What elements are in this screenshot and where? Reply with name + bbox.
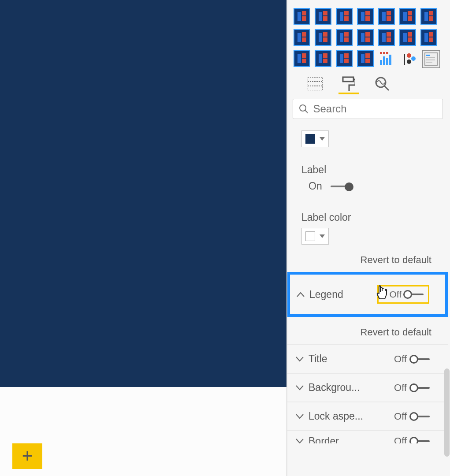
chevron-down-icon (320, 234, 325, 238)
viz-type-button[interactable] (315, 8, 331, 25)
svg-rect-51 (361, 54, 364, 63)
svg-rect-29 (344, 37, 349, 42)
viz-type-button[interactable] (294, 50, 310, 67)
label-toggle[interactable] (331, 182, 353, 190)
viz-type-button[interactable] (420, 8, 437, 25)
svg-rect-19 (429, 11, 433, 15)
analytics-tab[interactable] (372, 75, 392, 94)
viz-type-button[interactable] (294, 8, 310, 25)
svg-rect-16 (408, 11, 412, 15)
viz-type-button[interactable] (336, 29, 353, 46)
lock-aspect-toggle[interactable] (409, 412, 431, 421)
viz-type-button[interactable] (378, 29, 395, 46)
title-section-title: Title (309, 353, 327, 365)
viz-type-button[interactable] (294, 29, 310, 46)
fields-tab[interactable] (305, 75, 325, 94)
svg-rect-41 (429, 37, 433, 42)
svg-rect-47 (323, 59, 327, 63)
svg-rect-34 (387, 32, 391, 37)
svg-rect-14 (387, 16, 391, 21)
border-section-title: Border (309, 435, 339, 444)
svg-rect-48 (340, 54, 343, 63)
analytics-icon (375, 76, 390, 91)
format-tab[interactable] (338, 75, 359, 94)
svg-rect-50 (344, 59, 349, 63)
svg-point-62 (407, 53, 411, 58)
svg-rect-13 (387, 11, 391, 15)
viz-type-button[interactable] (336, 50, 353, 67)
viz-type-button[interactable] (422, 50, 440, 68)
label-toggle-text: On (309, 180, 324, 192)
title-section-header[interactable]: Title Off (287, 344, 448, 373)
chevron-down-icon (320, 137, 325, 141)
report-canvas[interactable] (0, 0, 286, 387)
format-sub-tabs (287, 71, 448, 94)
scrollbar-thumb[interactable] (444, 368, 450, 457)
svg-rect-24 (319, 33, 322, 42)
border-section-header[interactable]: Border Off (287, 430, 448, 443)
svg-rect-8 (344, 16, 349, 21)
svg-rect-6 (340, 12, 343, 21)
viz-type-button[interactable] (336, 8, 353, 25)
revert-to-default-link[interactable]: Revert to default (287, 317, 448, 344)
viz-type-button[interactable] (357, 50, 374, 67)
svg-rect-60 (386, 52, 388, 54)
svg-rect-61 (404, 54, 405, 65)
viz-type-button[interactable] (315, 50, 331, 67)
svg-rect-58 (380, 52, 382, 54)
svg-rect-25 (323, 32, 327, 37)
viz-type-button[interactable] (399, 29, 416, 46)
svg-rect-12 (382, 12, 386, 21)
svg-rect-35 (387, 37, 391, 42)
viz-type-button[interactable] (315, 29, 331, 46)
format-search[interactable] (293, 99, 443, 119)
viz-type-button[interactable] (357, 8, 374, 25)
search-input[interactable] (313, 103, 437, 115)
title-toggle-text: Off (394, 353, 407, 365)
svg-rect-31 (365, 32, 370, 37)
svg-rect-45 (319, 54, 322, 63)
legend-section-highlight: Legend Off (287, 272, 448, 317)
svg-rect-28 (344, 32, 349, 37)
background-section-header[interactable]: Backgrou... Off (287, 373, 448, 402)
viz-type-button[interactable] (357, 29, 374, 46)
svg-rect-2 (302, 16, 306, 21)
svg-rect-40 (429, 32, 433, 37)
viz-type-button[interactable] (420, 29, 437, 46)
canvas-area: + (0, 0, 287, 476)
title-toggle[interactable] (409, 355, 431, 364)
lock-aspect-toggle-text: Off (394, 411, 407, 422)
legend-toggle-text: Off (389, 289, 402, 300)
viz-type-button[interactable] (378, 50, 396, 68)
svg-rect-66 (426, 55, 430, 56)
legend-section-header[interactable]: Legend Off (290, 275, 445, 314)
svg-rect-27 (340, 33, 343, 42)
legend-toggle[interactable] (403, 290, 424, 299)
color-swatch (305, 231, 315, 241)
background-toggle[interactable] (409, 383, 431, 392)
revert-to-default-link[interactable]: Revert to default (287, 245, 448, 272)
viz-type-button[interactable] (399, 8, 416, 25)
label-color-heading: Label color (301, 212, 435, 223)
chevron-down-icon (295, 383, 304, 392)
svg-rect-4 (323, 11, 327, 15)
cursor-hand-icon (376, 285, 389, 301)
color-dropdown[interactable] (301, 130, 329, 147)
svg-rect-55 (383, 56, 385, 65)
svg-rect-38 (408, 37, 412, 42)
svg-line-77 (305, 110, 308, 113)
svg-rect-1 (302, 11, 306, 15)
svg-rect-23 (302, 37, 306, 42)
lock-aspect-section-header[interactable]: Lock aspe... Off (287, 402, 448, 430)
svg-rect-30 (361, 33, 364, 42)
border-toggle-text: Off (394, 435, 407, 443)
svg-point-63 (407, 60, 411, 64)
border-toggle[interactable] (409, 437, 431, 443)
label-color-dropdown[interactable] (301, 228, 329, 245)
viz-type-button[interactable] (378, 8, 395, 25)
add-page-button[interactable]: + (12, 443, 42, 469)
svg-rect-59 (383, 52, 385, 54)
label-heading: Label (301, 164, 435, 176)
svg-rect-39 (424, 33, 428, 42)
viz-type-button[interactable] (400, 50, 418, 68)
